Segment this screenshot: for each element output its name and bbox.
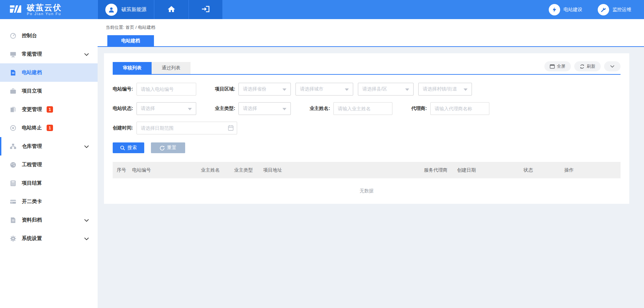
- caret-down-icon: [188, 108, 192, 110]
- mode-station-build-label: 电站建设: [564, 7, 582, 13]
- date-range-input[interactable]: [137, 122, 237, 134]
- owner-type-label: 业主类型:: [215, 106, 235, 112]
- col-station-no: 电站编号: [128, 162, 197, 178]
- logo-icon: [8, 2, 23, 17]
- sidebar-item-project-initiation[interactable]: 项目立项: [0, 82, 98, 100]
- calculator-icon: [9, 180, 17, 187]
- filter-actions: 搜索 重置: [113, 141, 621, 162]
- col-status: 状态: [520, 162, 560, 178]
- sidebar-item-station-termination[interactable]: 电站终止 1: [0, 119, 98, 137]
- caret-down-icon: [345, 88, 349, 91]
- home-icon: [167, 5, 175, 14]
- header-user-name: 破茧新能源: [121, 6, 147, 13]
- home-button[interactable]: [154, 0, 189, 19]
- refresh-icon: [580, 64, 585, 69]
- fullscreen-icon: [550, 64, 555, 69]
- logo-subtitle: Po Jian Yun Fu: [27, 12, 62, 16]
- calendar-icon: [228, 125, 234, 132]
- logo: 破茧云伏 Po Jian Yun Fu: [0, 0, 98, 19]
- monitor-icon: [9, 51, 17, 58]
- topbar: 当前位置: 首页 / 电站建档 电站建档: [98, 19, 644, 47]
- user-icon: [108, 6, 115, 13]
- table-header-row: 序号 电站编号 业主姓名 业主类型 项目地址 服务代理商 创建日期 状态 操作: [113, 162, 621, 178]
- sign-out-icon: [201, 5, 210, 14]
- reset-icon: [160, 145, 165, 150]
- panel-tabs: 审核列表 通过列表 全屏: [113, 61, 621, 75]
- avatar: [105, 4, 117, 16]
- col-index: 序号: [113, 162, 128, 178]
- village-select[interactable]: 请选择村镇/街道: [418, 83, 472, 96]
- caret-down-icon: [405, 88, 409, 91]
- header-right: 电站建设 监控运维: [549, 0, 644, 19]
- sidebar-item-general-mgmt[interactable]: 常规管理: [0, 45, 98, 63]
- col-service-agent: 服务代理商: [420, 162, 453, 178]
- sidebar-item-open-card[interactable]: 开二类卡: [0, 192, 98, 211]
- owner-type-select[interactable]: 请选择: [238, 102, 291, 115]
- fullscreen-button[interactable]: 全屏: [544, 61, 571, 71]
- col-project-address: 项目地址: [259, 162, 420, 178]
- col-operation: 操作: [560, 162, 621, 178]
- filter-row-2: 电站状态: 请选择 业主类型: 请选择 业主姓名: 代理商:: [113, 102, 621, 115]
- empty-state: 无数据: [113, 178, 621, 204]
- sidebar-item-data-archive[interactable]: 资料归档: [0, 211, 98, 229]
- record-circle-icon: [9, 124, 17, 132]
- mode-monitor-ops[interactable]: 监控运维: [598, 4, 631, 15]
- logo-title: 破茧云伏: [27, 3, 62, 12]
- credit-card-icon: [9, 198, 17, 205]
- chevron-down-icon: [84, 236, 89, 242]
- col-create-date: 创建日期: [453, 162, 520, 178]
- station-status-select[interactable]: 请选择: [137, 102, 196, 115]
- chevron-down-icon: [84, 51, 89, 57]
- search-button[interactable]: 搜索: [113, 142, 144, 153]
- panel: 审核列表 通过列表 全屏: [104, 53, 629, 204]
- header-user[interactable]: 破茧新能源: [98, 0, 154, 19]
- sidebar: 控制台 常规管理 电站建档 项目立项: [0, 19, 98, 308]
- results-table: 序号 电站编号 业主姓名 业主类型 项目地址 服务代理商 创建日期 状态 操作: [113, 162, 621, 178]
- agent-label: 代理商:: [411, 106, 427, 112]
- create-time-label: 创建时间:: [113, 125, 133, 131]
- refresh-button[interactable]: 刷新: [574, 61, 601, 71]
- owner-name-label: 业主姓名:: [310, 106, 330, 112]
- briefcase-icon: [9, 87, 17, 95]
- app-header: 破茧云伏 Po Jian Yun Fu 破茧新能源: [0, 0, 644, 19]
- gauge-icon: [9, 161, 17, 169]
- station-no-input[interactable]: [137, 83, 196, 96]
- collapse-button[interactable]: [604, 61, 621, 71]
- chevron-down-icon: [610, 65, 614, 68]
- tab-passed-list[interactable]: 通过列表: [152, 62, 191, 74]
- sidebar-item-change-mgmt[interactable]: 变更管理 1: [0, 100, 98, 119]
- sidebar-item-station-filing[interactable]: 电站建档: [0, 63, 98, 82]
- city-select[interactable]: 请选择城市: [296, 83, 353, 96]
- sidebar-item-console[interactable]: 控制台: [0, 26, 98, 45]
- agent-input[interactable]: [430, 102, 489, 115]
- search-icon: [120, 145, 125, 150]
- sidebar-item-system-settings[interactable]: 系统设置: [0, 229, 98, 248]
- col-owner-type: 业主类型: [230, 162, 259, 178]
- mode-monitor-ops-label: 监控运维: [612, 7, 631, 13]
- panel-toolbar: 全屏 刷新: [544, 61, 621, 74]
- reset-button[interactable]: 重置: [151, 142, 185, 153]
- region-label: 项目区域:: [215, 86, 235, 92]
- caret-down-icon: [282, 108, 286, 110]
- page-tab-station-filing[interactable]: 电站建档: [107, 35, 154, 46]
- sidebar-item-project-settlement[interactable]: 项目结算: [0, 174, 98, 192]
- chevron-down-icon: [84, 143, 89, 149]
- sidebar-item-warehouse-mgmt[interactable]: 仓库管理: [0, 137, 98, 156]
- copy-icon: [9, 106, 17, 113]
- breadcrumb: 当前位置: 首页 / 电站建档: [98, 19, 644, 35]
- county-select[interactable]: 请选择县/区: [358, 83, 414, 96]
- dashboard-icon: [9, 32, 17, 40]
- filter-row-1: 电站编号: 项目区域: 请选择省份 请选择城市 请选择县/区: [113, 83, 621, 96]
- station-no-label: 电站编号:: [113, 86, 133, 92]
- caret-down-icon: [282, 88, 286, 91]
- logout-button[interactable]: [189, 0, 222, 19]
- owner-name-input[interactable]: [333, 102, 392, 115]
- breadcrumb-path[interactable]: 首页 / 电站建档: [125, 25, 155, 30]
- mode-station-build[interactable]: 电站建设: [549, 4, 582, 15]
- col-owner-name: 业主姓名: [197, 162, 230, 178]
- caret-down-icon: [464, 88, 468, 91]
- tab-review-list[interactable]: 审核列表: [113, 62, 152, 74]
- sidebar-item-engineering-mgmt[interactable]: 工程管理: [0, 156, 98, 174]
- province-select[interactable]: 请选择省份: [238, 83, 291, 96]
- file-icon: [9, 217, 17, 224]
